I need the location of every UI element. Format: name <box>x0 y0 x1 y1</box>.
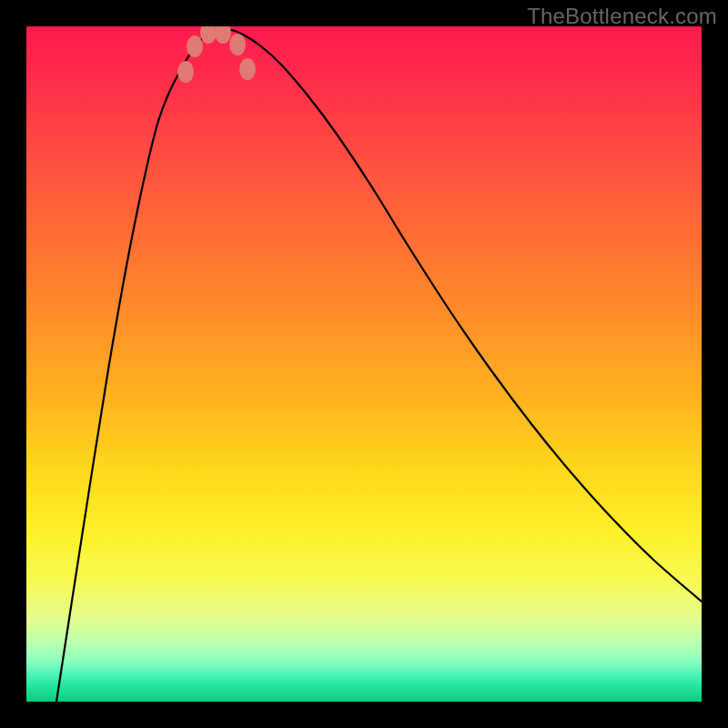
watermark-text: TheBottleneck.com <box>527 4 717 29</box>
bottleneck-curve <box>56 29 702 702</box>
curve-layer <box>26 26 702 702</box>
curve-marker <box>177 61 194 83</box>
curve-marker <box>200 26 217 44</box>
curve-marker <box>239 58 256 80</box>
curve-marker <box>229 34 246 56</box>
chart-frame: TheBottleneck.com <box>0 0 728 728</box>
curve-marker <box>187 35 203 57</box>
curve-marker <box>215 26 231 44</box>
plot-area <box>26 26 702 702</box>
